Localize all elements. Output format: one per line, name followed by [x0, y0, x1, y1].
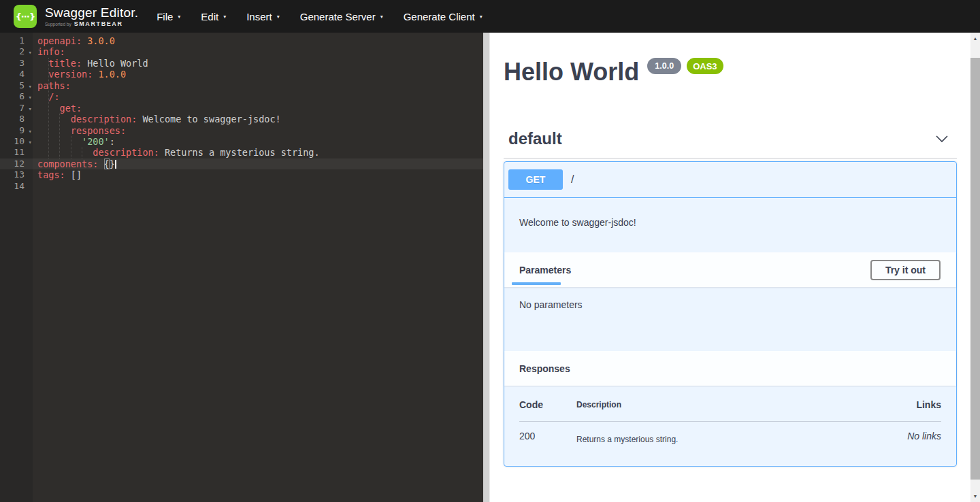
gutter-row: 3	[0, 58, 33, 69]
editor-line: title: Hello World	[37, 58, 483, 69]
gutter-row: 11	[0, 147, 33, 158]
vertical-scrollbar[interactable]: ▲ ▼	[970, 33, 980, 502]
editor-line: description: Welcome to swagger-jsdoc!	[37, 114, 483, 124]
line-number: 13	[14, 169, 24, 180]
swagger-logo-icon: {⋯}	[14, 5, 37, 28]
parameters-label: Parameters	[519, 265, 571, 275]
menu-item-generate-server[interactable]: Generate Server▾	[290, 0, 393, 33]
line-number: 3	[19, 58, 24, 69]
pane-splitter[interactable]	[483, 33, 490, 502]
line-number: 7	[19, 103, 24, 114]
editor-line: version: 1.0.0	[37, 69, 483, 80]
gutter-row: 7▾	[0, 103, 33, 114]
line-number: 11	[14, 147, 24, 158]
gutter-row: 9▾	[0, 125, 33, 136]
text-cursor	[115, 160, 116, 169]
badges: 1.0.0 OAS3	[647, 58, 723, 74]
response-code: 200	[519, 431, 576, 444]
tag-section-default[interactable]: default	[504, 129, 957, 158]
brand-name: Swagger Editor.	[45, 6, 138, 19]
code-area[interactable]: openapi: 3.0.0info: title: Hello World v…	[37, 35, 483, 192]
chevron-down-icon[interactable]	[934, 132, 950, 146]
swagger-ui-preview: Hello World 1.0.0 OAS3 default GET / Wel…	[490, 33, 970, 502]
yaml-editor[interactable]: 12▾345▾6▾7▾89▾10▾11121314 openapi: 3.0.0…	[0, 33, 483, 502]
editor-line: description: Returns a mysterious string…	[37, 147, 483, 158]
line-number: 4	[19, 69, 24, 80]
active-tab-indicator	[512, 282, 561, 285]
line-number: 14	[14, 181, 24, 192]
scroll-down-icon[interactable]: ▼	[970, 490, 980, 502]
brand-sub-prefix: Supported by	[45, 22, 71, 27]
col-header-description: Description	[576, 400, 866, 409]
try-it-out-button[interactable]: Try it out	[870, 260, 941, 280]
top-navbar: {⋯} Swagger Editor. Supported by SMARTBE…	[0, 0, 980, 33]
editor-line: openapi: 3.0.0	[37, 35, 483, 46]
caret-down-icon: ▾	[277, 14, 280, 20]
brand-sub-smartbear: SMARTBEAR	[74, 21, 123, 27]
caret-down-icon: ▾	[178, 14, 180, 20]
operation-description: Welcome to swagger-jsdoc!	[504, 198, 956, 252]
response-description: Returns a mysterious string.	[576, 431, 866, 444]
line-number: 12	[14, 158, 24, 169]
gutter-row: 1	[0, 35, 33, 46]
editor-line	[37, 181, 483, 192]
menu-item-edit[interactable]: Edit▾	[191, 0, 236, 33]
col-header-code: Code	[519, 399, 576, 410]
fold-arrow-icon[interactable]: ▾	[29, 103, 32, 114]
line-number: 5	[19, 80, 24, 91]
fold-arrow-icon[interactable]: ▾	[29, 137, 32, 148]
responses-table-header: Code Description Links	[519, 399, 941, 422]
fold-arrow-icon[interactable]: ▾	[29, 47, 32, 58]
gutter-row: 10▾	[0, 136, 33, 147]
caret-down-icon: ▾	[380, 14, 383, 20]
line-numbers: 12▾345▾6▾7▾89▾10▾11121314	[0, 35, 33, 192]
parameters-header: Parameters Try it out	[504, 252, 956, 287]
get-method-button[interactable]: GET	[508, 169, 563, 190]
editor-line: tags: []	[37, 169, 483, 180]
menu-label: Edit	[201, 11, 218, 22]
response-links: No links	[866, 431, 941, 444]
preview-wrapper: Hello World 1.0.0 OAS3 default GET / Wel…	[504, 33, 957, 467]
tab-parameters[interactable]: Parameters	[519, 265, 571, 275]
parameters-body: No parameters	[504, 287, 956, 351]
fold-arrow-icon[interactable]: ▾	[29, 92, 32, 103]
gutter-row: 13	[0, 169, 33, 180]
caret-down-icon: ▾	[223, 14, 226, 20]
version-badge: 1.0.0	[647, 58, 681, 74]
responses-rows: 200Returns a mysterious string.No links	[519, 422, 941, 444]
operation-path: /	[571, 173, 574, 186]
menu-label: Generate Server	[300, 11, 376, 22]
tag-name: default	[508, 129, 562, 148]
scroll-up-icon[interactable]: ▲	[970, 33, 980, 44]
editor-line: get:	[37, 103, 483, 114]
oas3-badge: OAS3	[687, 58, 723, 74]
api-info-header: Hello World 1.0.0 OAS3	[504, 60, 957, 84]
menu-item-insert[interactable]: Insert▾	[236, 0, 290, 33]
response-row: 200Returns a mysterious string.No links	[519, 422, 941, 444]
operation-summary[interactable]: GET /	[504, 162, 956, 198]
brand: Swagger Editor. Supported by SMARTBEAR	[45, 6, 138, 27]
responses-label: Responses	[519, 363, 570, 374]
gutter-row: 14	[0, 181, 33, 192]
responses-body: Code Description Links 200Returns a myst…	[504, 386, 956, 466]
fold-arrow-icon[interactable]: ▾	[29, 126, 32, 137]
editor-line: responses:	[37, 125, 483, 136]
brand-subtitle: Supported by SMARTBEAR	[45, 21, 138, 27]
editor-line: components: {}	[37, 158, 483, 169]
line-number: 10	[14, 136, 24, 147]
swagger-editor-app: {⋯} Swagger Editor. Supported by SMARTBE…	[0, 0, 980, 502]
scrollbar-thumb[interactable]	[970, 58, 980, 480]
opblock-get: GET / Welcome to swagger-jsdoc! Paramete…	[504, 161, 957, 467]
responses-header: Responses	[504, 351, 956, 386]
line-number: 2	[19, 46, 24, 57]
menu-item-file[interactable]: File▾	[146, 0, 191, 33]
fold-arrow-icon[interactable]: ▾	[29, 81, 32, 92]
editor-line: '200':	[37, 136, 483, 147]
line-number: 9	[19, 125, 24, 136]
gutter-row: 5▾	[0, 80, 33, 91]
gutter-row: 8	[0, 114, 33, 124]
col-header-links: Links	[866, 399, 941, 410]
responses-table: Code Description Links 200Returns a myst…	[519, 399, 941, 444]
menu-item-generate-client[interactable]: Generate Client▾	[393, 0, 493, 33]
menu-bar: File▾Edit▾Insert▾Generate Server▾Generat…	[146, 0, 493, 33]
